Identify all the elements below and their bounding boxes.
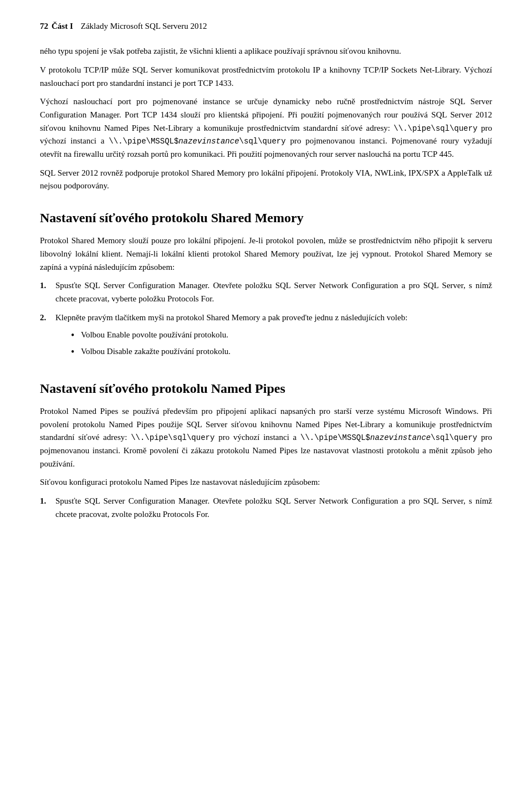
page-number: 72: [40, 20, 48, 33]
bullet-item-2: • Volbou Disable zakažte používání proto…: [71, 345, 492, 359]
bullet-dot-2: •: [71, 345, 81, 359]
section1-heading: Nastavení síťového protokolu Shared Memo…: [40, 209, 492, 227]
list-content-1: Spusťte SQL Server Configuration Manager…: [55, 279, 492, 305]
paragraph-3: Výchozí naslouchací port pro pojmenované…: [40, 95, 492, 161]
section2-list-content-1: Spusťte SQL Server Configuration Manager…: [55, 495, 492, 521]
code-path-4: \\.\pipe\MSSQL$na­zevinstance\sql\query: [300, 433, 477, 442]
section2-paragraph-1: Protokol Named Pipes se používá předevší…: [40, 405, 492, 470]
paragraph-2: V protokolu TCP/IP může SQL Server komun…: [40, 64, 492, 90]
section2-paragraph-2: Síťovou konfiguraci protokolu Named Pipe…: [40, 476, 492, 489]
bullet-dot-1: •: [71, 329, 81, 342]
code-path-1: \\.\pipe\sql\query: [393, 124, 477, 133]
chapter-label: Část I: [52, 20, 73, 33]
code-path-3: \\.\pipe\sql\query: [131, 433, 214, 442]
code-path-2: \\.\pipe\MSSQL$nazevinstance\sql\query: [109, 137, 285, 146]
bullet-item-1: • Volbou Enable povolte používání protok…: [71, 329, 492, 342]
list-content-2: Klepněte pravým tlačítkem myši na protok…: [55, 311, 492, 363]
section1-paragraph-1: Protokol Shared Memory slouží pouze pro …: [40, 234, 492, 274]
section2-list: 1. Spusťte SQL Server Configuration Mana…: [40, 495, 492, 521]
section2-heading: Nastavení síťového protokolu Named Pipes: [40, 380, 492, 397]
page-header: 72 Část I Základy Microsoft SQL Serveru …: [40, 20, 492, 33]
paragraph-4: SQL Server 2012 rovněž podporuje protoko…: [40, 167, 492, 193]
list-number-2: 2.: [40, 311, 55, 324]
section2-list-number-1: 1.: [40, 495, 55, 508]
paragraph-1: ného typu spojení je však potřeba zajist…: [40, 45, 492, 58]
list-item-1: 1. Spusťte SQL Server Configuration Mana…: [40, 279, 492, 305]
chapter-title: Základy Microsoft SQL Serveru 2012: [81, 20, 207, 33]
bullet-text-1: Volbou Enable povolte používání protokol…: [81, 329, 492, 342]
bullet-text-2: Volbou Disable zakažte používání protoko…: [81, 345, 492, 358]
list-number-1: 1.: [40, 279, 55, 292]
section1-list: 1. Spusťte SQL Server Configuration Mana…: [40, 279, 492, 363]
page-container: 72 Část I Základy Microsoft SQL Serveru …: [0, 0, 532, 554]
section2-list-item-1: 1. Spusťte SQL Server Configuration Mana…: [40, 495, 492, 521]
bullet-list-1: • Volbou Enable povolte používání protok…: [71, 329, 492, 358]
list-item-2: 2. Klepněte pravým tlačítkem myši na pro…: [40, 311, 492, 363]
